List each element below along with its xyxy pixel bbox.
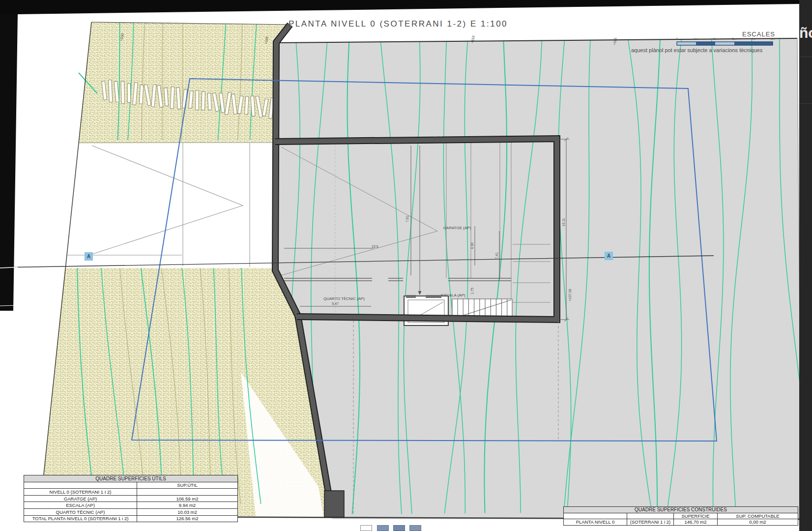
dim-techroom-width: 5,47: [332, 302, 339, 305]
dim-garage-length: 7,61: [406, 215, 409, 222]
utils-row-label: QUARTO TÈCNIC (AP): [24, 509, 137, 515]
built-row-computable: 0,00 m2: [717, 519, 798, 525]
section-letter: A: [607, 253, 610, 259]
dim-stall-depth: 7,41: [495, 252, 498, 259]
section-letter: A: [87, 254, 90, 259]
scale-tick-4: 4m: [752, 37, 755, 40]
utils-row-value: 126.56 m2: [137, 516, 237, 522]
scale-tick-5: 5m: [771, 37, 775, 40]
footer-thumbnail-3[interactable]: [393, 525, 405, 531]
utils-row-value: 106.59 m2: [137, 496, 237, 502]
built-row-superficie: 146,70 m2: [673, 519, 717, 525]
section-marker-left: A: [85, 252, 93, 261]
disclaimer-note: aquest plànol pot estar subjecte a varia…: [631, 47, 763, 53]
built-table-title: QUADRE SUPERFICIES CONSTRUIDES: [564, 507, 798, 513]
utils-row-label: ESCALA (AP): [24, 502, 137, 508]
dim-ramp-length: 9,51: [372, 245, 378, 248]
stairs-label: ESCALA (AP): [441, 293, 465, 297]
plan-drawing: A A 14,61 10,11 +107,00 7,61 9,51 4,30 7…: [0, 0, 812, 531]
utils-row-value: 9.94 m2: [137, 502, 237, 508]
drawing-title: PLANTA NIVELL 0 (SOTERRANI 1-2) E 1:100: [289, 19, 508, 29]
utils-row-label: [24, 482, 137, 489]
utils-row-label: GARATGE (AP): [24, 496, 137, 502]
utils-row-label: TOTAL PLANTA NIVELL 0 (SOTERRANI 1 i 2): [24, 516, 137, 522]
scale-tick-3: 3m: [732, 37, 736, 40]
scale-bar-title: ESCALES: [742, 30, 775, 38]
scale-tick-2: 2m: [713, 37, 717, 40]
utils-row-label: NIVELL 0 (SOTERRANI 1 I 2): [24, 489, 137, 495]
dim-stall-width: 4,30: [470, 242, 474, 249]
dim-right-height: 10,11: [562, 218, 565, 226]
utils-table-title: QUADRE SUPERFÍCIES ÚTILS: [24, 475, 237, 482]
built-col-superficie: SUPERFÍCIE: [673, 513, 717, 519]
dim-top-width: 14,61: [433, 136, 442, 140]
utils-surface-table: QUADRE SUPERFÍCIES ÚTILS SUP.ÚTIL NIVELL…: [24, 475, 238, 522]
technical-room-label: QUARTO TÈCNIC (AP): [323, 296, 365, 301]
footer-thumbnail-4[interactable]: [409, 525, 421, 531]
dim-stair-width: 1,75: [470, 288, 474, 295]
built-col-computable: SUP. COMPUTABLE: [717, 513, 798, 519]
garage-label: GARATGE (AP): [443, 226, 471, 230]
viewer-canvas: A A 14,61 10,11 +107,00 7,61 9,51 4,30 7…: [0, 0, 812, 531]
utils-col-header: SUP.ÚTIL: [137, 482, 237, 489]
utils-row-value: [137, 489, 237, 495]
built-row-level: (SOTERRANI 1 i 2): [627, 519, 673, 525]
background-window-strip: ño: [799, 0, 812, 531]
footer-thumbnail-1[interactable]: [360, 525, 372, 531]
footer-thumbnail-2[interactable]: [377, 525, 389, 531]
section-marker-right: A: [605, 252, 613, 260]
terrain-gray: [275, 38, 801, 519]
built-row-name: PLANTA NIVELL 0: [564, 519, 627, 525]
scale-tick-1: 1m: [694, 37, 698, 40]
utils-row-value: 10.03 m2: [137, 509, 237, 515]
built-surface-table: QUADRE SUPERFICIES CONSTRUIDES SUPERFÍCI…: [563, 506, 798, 526]
dim-level: +107,00: [568, 289, 572, 301]
background-window-text: ño: [799, 25, 812, 41]
